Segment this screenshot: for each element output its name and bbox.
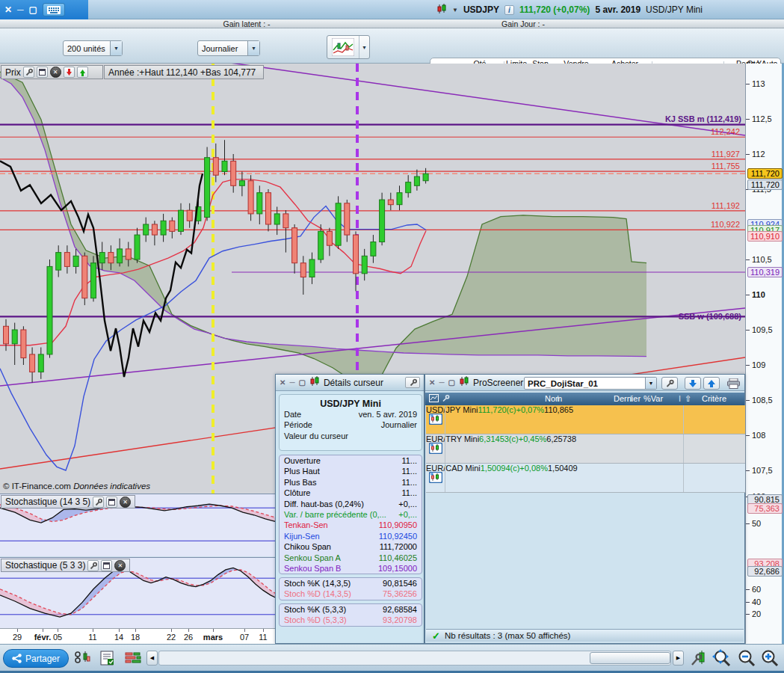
wrench-icon[interactable] bbox=[442, 394, 450, 404]
scroll-left-button[interactable]: ◀ bbox=[146, 651, 158, 666]
column-dernier[interactable]: Dernier bbox=[614, 394, 641, 403]
axis-tick-label: 109 bbox=[752, 360, 765, 369]
wrench-icon[interactable] bbox=[23, 67, 34, 78]
screener-select[interactable]: PRC_DojiStar_01 ▼ bbox=[524, 377, 657, 390]
axis-tick-mark bbox=[746, 295, 750, 295]
price-axis[interactable]: 113112,5112111,5110,5110109,5109108,5108… bbox=[745, 64, 784, 644]
minimize-icon[interactable]: ─ bbox=[439, 378, 444, 387]
keyboard-icon[interactable] bbox=[43, 3, 65, 16]
maximize-window-button[interactable]: ▢ bbox=[29, 5, 37, 14]
close-window-button[interactable]: ✕ bbox=[4, 5, 12, 14]
scrollbar-thumb[interactable] bbox=[590, 652, 670, 664]
scroll-right-button[interactable]: ▶ bbox=[673, 651, 684, 666]
close-icon[interactable]: ✕ bbox=[50, 67, 61, 78]
minimize-icon[interactable]: ─ bbox=[289, 378, 294, 387]
axis-tick-label: 107,5 bbox=[752, 466, 773, 475]
svg-text:112,242: 112,242 bbox=[711, 127, 740, 136]
zoom-in-icon[interactable] bbox=[760, 649, 780, 668]
time-tick bbox=[58, 629, 58, 632]
window-icon[interactable] bbox=[37, 67, 48, 78]
axis-tick-mark bbox=[746, 435, 750, 436]
proscreener-table-header[interactable]: NomIDernierI%VarI⇧Critère bbox=[425, 393, 744, 405]
candlestick-icon[interactable] bbox=[436, 4, 447, 16]
mini-chart-icon[interactable] bbox=[429, 472, 442, 485]
time-label: 14 bbox=[114, 633, 123, 642]
window-titlebar: ✕ ─ ▢ ▼ USDJPY i 111,720 (+0,07%) 5 avr.… bbox=[0, 0, 784, 19]
move-down-icon[interactable] bbox=[685, 377, 701, 390]
arrow-down-icon[interactable] bbox=[64, 67, 75, 78]
time-tick bbox=[135, 629, 136, 632]
column-var[interactable]: %Var bbox=[643, 394, 663, 403]
screener-row[interactable]: EUR/TRY Mini6,31453(c)+0,45%6,25738 bbox=[426, 434, 745, 464]
axis-tick-mark bbox=[746, 119, 750, 120]
units-select[interactable]: 200 unités ▼ bbox=[63, 40, 123, 56]
details-date-value: ven. 5 avr. 2019 bbox=[359, 409, 417, 420]
horizontal-scrollbar[interactable] bbox=[158, 651, 671, 666]
maximize-icon[interactable]: ▢ bbox=[298, 378, 305, 387]
mini-chart-icon[interactable] bbox=[429, 443, 442, 455]
wrench-icon[interactable] bbox=[87, 560, 99, 571]
time-label: 22 bbox=[167, 633, 176, 642]
axis-tick-mark bbox=[746, 400, 750, 401]
sort-arrow-icon[interactable]: ⇧ bbox=[685, 394, 691, 404]
wrench-icon[interactable] bbox=[93, 497, 104, 508]
mini-chart-icon[interactable] bbox=[429, 414, 442, 426]
move-up-icon[interactable] bbox=[703, 377, 720, 390]
wrench-icon[interactable] bbox=[661, 377, 678, 390]
year-range-label: Année :+Haut 112,140 +Bas 104,777 bbox=[104, 65, 264, 79]
chevron-down-icon: ▼ bbox=[645, 378, 656, 389]
column-separator: I bbox=[557, 394, 559, 403]
chart-type-button[interactable]: ▼ bbox=[327, 35, 370, 59]
chevron-down-icon[interactable]: ▼ bbox=[452, 7, 458, 13]
svg-text:111,192: 111,192 bbox=[712, 201, 740, 210]
axis-tick-mark bbox=[746, 154, 750, 155]
cursor-details-titlebar: ✕ ─ ▢ Détails curseur bbox=[276, 375, 424, 391]
maximize-icon[interactable]: ▢ bbox=[448, 378, 454, 387]
close-icon[interactable]: ✕ bbox=[114, 560, 126, 571]
close-icon[interactable]: ✕ bbox=[280, 378, 285, 387]
details-row: Ouverture11... bbox=[280, 455, 422, 466]
screener-row[interactable]: USD/JPY Mini111,720(c)+0,07%110,865 bbox=[426, 405, 745, 434]
cursor-details-panel[interactable]: ✕ ─ ▢ Détails curseur USD/JPY Mini Datev… bbox=[275, 374, 425, 644]
screener-row[interactable]: EUR/CAD Mini1,50094(c)+0,08%1,50409 bbox=[426, 464, 745, 493]
printer-icon[interactable] bbox=[725, 377, 741, 390]
titlebar-instrument-info: ▼ USDJPY i 111,720 (+0,07%) 5 avr. 2019 … bbox=[436, 0, 703, 19]
details-row: Var. / barre précédente (0,...+0,... bbox=[280, 509, 422, 520]
news-icon[interactable] bbox=[98, 649, 117, 668]
zoom-out-icon[interactable] bbox=[737, 649, 756, 668]
details-instrument-label: USD/JPY Mini bbox=[280, 395, 422, 409]
period-select[interactable]: Journalier ▼ bbox=[197, 40, 260, 56]
proscreener-panel[interactable]: ✕ ─ ▢ ProScreener PRC_DojiStar_01 ▼ NomI… bbox=[425, 374, 745, 644]
minimize-window-button[interactable]: ─ bbox=[17, 5, 24, 14]
gain-latent-label: Gain latent : - bbox=[187, 19, 306, 28]
close-icon[interactable]: ✕ bbox=[429, 378, 435, 387]
details-row: Clôture11... bbox=[280, 488, 422, 498]
share-button[interactable]: Partager bbox=[3, 649, 69, 668]
time-label: 11 bbox=[88, 633, 96, 642]
symbol-label: USDJPY bbox=[463, 4, 499, 15]
close-icon[interactable]: ✕ bbox=[120, 497, 131, 508]
gain-bar: Gain latent : - Gain Jour : - bbox=[0, 19, 784, 28]
time-tick bbox=[43, 629, 43, 632]
axis-tick-label: 109,5 bbox=[752, 325, 773, 334]
wrench-icon[interactable] bbox=[405, 377, 420, 388]
info-icon[interactable]: i bbox=[504, 5, 514, 15]
chart-settings-icon[interactable] bbox=[689, 649, 707, 668]
details-stoch5-box: Stoch %K (5,3,3)92,68584Stoch %D (5,3,3)… bbox=[279, 603, 422, 627]
order-book-icon[interactable] bbox=[123, 649, 143, 668]
details-row: Stoch %D (14,3,5)75,36256 bbox=[280, 589, 422, 599]
axis-tick-mark bbox=[746, 470, 750, 471]
window-icon[interactable] bbox=[106, 497, 117, 508]
copyright-label: © IT-Finance.com Données indicatives bbox=[3, 482, 150, 491]
details-date-label: Date bbox=[284, 409, 301, 420]
arrow-up-icon[interactable] bbox=[77, 67, 88, 78]
column-critere[interactable]: Critère bbox=[702, 394, 726, 403]
share-button-label: Partager bbox=[25, 654, 60, 664]
zoom-fit-icon[interactable] bbox=[712, 649, 732, 668]
screener-row-var: +0,08% bbox=[519, 464, 548, 473]
column-nom[interactable]: Nom bbox=[545, 394, 562, 403]
details-values-box: Ouverture11...Plus Haut11...Plus Bas11..… bbox=[279, 455, 422, 574]
window-icon[interactable] bbox=[101, 560, 112, 571]
link-instrument-icon[interactable] bbox=[72, 649, 92, 668]
add-chart-icon[interactable] bbox=[429, 394, 439, 404]
